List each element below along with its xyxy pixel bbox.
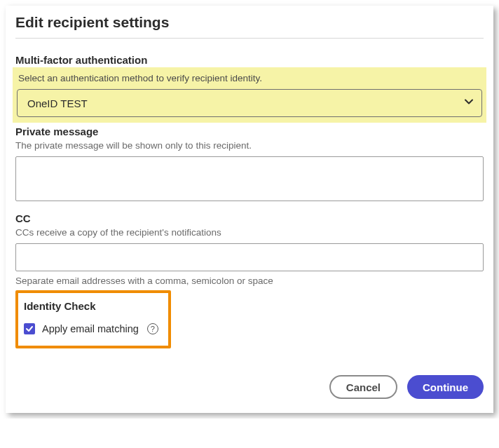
continue-button[interactable]: Continue [407,375,484,399]
mfa-select-wrap: OneID TEST [17,89,482,117]
help-icon[interactable]: ? [147,323,158,334]
cancel-button[interactable]: Cancel [329,375,397,399]
mfa-select[interactable]: OneID TEST [17,89,482,117]
identity-check-label: Identity Check [24,300,163,312]
mfa-label: Multi-factor authentication [15,54,484,66]
apply-email-matching-label: Apply email matching [42,323,139,334]
mfa-hint: Select an authentication method to verif… [17,73,482,83]
mfa-select-value: OneID TEST [27,97,88,109]
modal-footer: Cancel Continue [15,375,484,399]
private-message-input[interactable] [15,156,484,201]
private-message-label: Private message [15,125,484,137]
cc-post-hint: Separate email addresses with a comma, s… [15,276,484,286]
divider [15,38,484,39]
edit-recipient-settings-modal: Edit recipient settings Multi-factor aut… [6,6,493,413]
modal-title: Edit recipient settings [15,14,484,38]
checkmark-icon [25,325,34,333]
apply-email-matching-checkbox[interactable] [24,323,35,334]
cc-input[interactable] [15,243,484,271]
private-message-hint: The private message will be shown only t… [15,140,484,151]
cc-hint: CCs receive a copy of the recipient's no… [15,227,484,238]
cc-label: CC [15,212,484,224]
apply-email-matching-row: Apply email matching ? [24,323,163,334]
identity-check-section: Identity Check Apply email matching ? [15,290,171,348]
mfa-highlighted-block: Select an authentication method to verif… [13,67,486,123]
